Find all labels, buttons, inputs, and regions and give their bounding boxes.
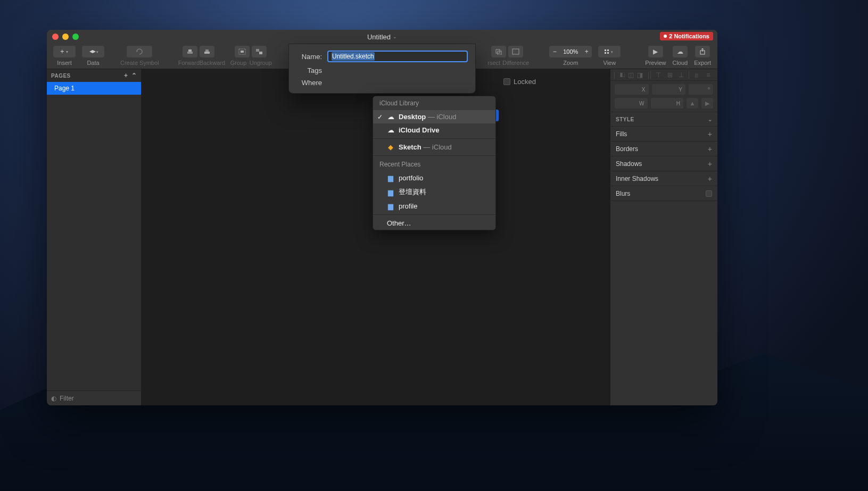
refresh-icon — [135, 48, 144, 55]
window-title[interactable]: Untitled — [367, 33, 391, 41]
preview-button[interactable]: ▶ — [648, 46, 663, 57]
titlebar: Untitled ⌄ 2 Notifications — [47, 30, 717, 44]
cloud-label: Cloud — [672, 60, 688, 66]
add-shadow-button[interactable]: + — [708, 160, 712, 168]
filter-row[interactable]: ◐ Filter — [47, 390, 141, 405]
svg-rect-16 — [605, 52, 606, 54]
flip-h-button[interactable]: ▲ — [687, 98, 698, 109]
name-label: Name: — [296, 53, 322, 61]
svg-rect-17 — [607, 52, 609, 54]
view-button[interactable]: ▾ — [598, 46, 621, 57]
layers-list[interactable] — [47, 95, 141, 390]
pages-header: PAGES + ⌃ — [47, 69, 141, 82]
dropdown-item-icloud-drive[interactable]: ☁ iCloud Drive — [373, 123, 495, 137]
dropdown-section-icloud: iCloud Library — [373, 96, 495, 110]
svg-rect-10 — [259, 52, 262, 54]
align-bottom-button[interactable]: ⊥ — [675, 71, 687, 79]
zoom-in-button[interactable]: + — [581, 48, 592, 55]
export-button[interactable] — [695, 46, 710, 57]
insert-label: Insert — [57, 60, 72, 66]
preview-label: Preview — [645, 60, 666, 66]
dropdown-item-recent-0[interactable]: ▆ portfolio — [373, 171, 495, 185]
add-page-button[interactable]: + — [124, 72, 128, 79]
zoom-out-button[interactable]: − — [549, 48, 560, 55]
borders-row[interactable]: Borders+ — [610, 142, 717, 156]
dropdown-separator — [373, 214, 495, 215]
chevron-down-icon[interactable]: ⌄ — [393, 34, 397, 39]
shadows-row[interactable]: Shadows+ — [610, 156, 717, 171]
align-right-button[interactable]: ◨⎹ — [637, 71, 649, 79]
y-input[interactable]: Y — [652, 84, 686, 95]
distribute-v-button[interactable]: ≡ — [702, 71, 714, 79]
locked-checkbox[interactable] — [503, 78, 510, 85]
page-item-label: Page 1 — [54, 85, 75, 92]
save-sheet: Name: Untitled.sketch Tags Where — [288, 44, 476, 94]
add-border-button[interactable]: + — [708, 145, 712, 153]
minimize-window-button[interactable] — [62, 34, 69, 40]
align-left-button[interactable]: ⎸◧ — [614, 71, 625, 79]
ungroup-button[interactable] — [252, 46, 267, 57]
add-inner-shadow-button[interactable]: + — [708, 174, 712, 183]
notifications-text: 2 Notifications — [669, 33, 709, 39]
group-button[interactable] — [235, 46, 250, 57]
align-row: ⎸◧ ◫ ◨⎹ ⊤ ⊞ ⊥ ⫼ ≡ — [610, 69, 717, 81]
folder-icon: ▆ — [387, 202, 394, 210]
dropdown-item-sketch[interactable]: ◆ Sketch — iCloud — [373, 140, 495, 154]
dropdown-item-recent-2[interactable]: ▆ profile — [373, 199, 495, 213]
blurs-row[interactable]: Blurs — [610, 186, 717, 201]
cloud-icon: ☁ — [387, 113, 394, 121]
svg-text:▾: ▾ — [66, 49, 68, 54]
x-input[interactable]: X — [615, 84, 649, 95]
pages-panel: PAGES + ⌃ Page 1 ◐ Filter — [47, 69, 142, 405]
cloud-button[interactable]: ☁ — [673, 46, 688, 57]
difference-button[interactable] — [508, 46, 523, 57]
rotation-input[interactable]: ° — [689, 84, 713, 95]
distribute-h-button[interactable]: ⫼ — [691, 71, 702, 79]
blur-toggle[interactable] — [706, 190, 712, 197]
locked-label: Locked — [514, 78, 536, 86]
filename-input[interactable]: Untitled.sketch — [327, 51, 468, 62]
notifications-badge[interactable]: 2 Notifications — [660, 32, 713, 40]
checkmark-icon: ✓ — [377, 113, 383, 121]
chevron-down-icon[interactable]: ⌄ — [708, 116, 713, 122]
data-button[interactable]: ▾ — [82, 46, 104, 57]
align-top-button[interactable]: ⊤ — [652, 71, 664, 79]
close-window-button[interactable] — [52, 34, 59, 40]
intersect-button[interactable] — [491, 46, 506, 57]
tags-label: Tags — [296, 66, 322, 74]
h-input[interactable]: H — [651, 98, 684, 109]
collapse-pages-button[interactable]: ⌃ — [131, 72, 137, 79]
backward-label: Backward — [200, 60, 219, 66]
intersect-icon — [495, 48, 502, 55]
export-label: Export — [694, 60, 711, 66]
align-vcenter-button[interactable]: ⊞ — [664, 71, 676, 79]
inner-shadows-row[interactable]: Inner Shadows+ — [610, 171, 717, 186]
w-input[interactable]: W — [615, 98, 648, 109]
forward-label: Forward — [178, 60, 197, 66]
traffic-lights — [52, 34, 79, 40]
sketch-icon: ◆ — [387, 143, 394, 151]
dropdown-item-other[interactable]: Other… — [373, 217, 495, 230]
zoom-value[interactable]: 100% — [560, 48, 581, 55]
insert-button[interactable]: +▾ — [53, 46, 76, 57]
fullscreen-window-button[interactable] — [72, 34, 79, 40]
flip-v-button[interactable]: ▶ — [701, 98, 713, 109]
svg-text:+: + — [60, 48, 64, 55]
ungroup-label: Ungroup — [250, 60, 271, 66]
svg-text:▾: ▾ — [96, 50, 98, 54]
forward-button[interactable] — [183, 46, 197, 57]
where-label: Where — [296, 79, 322, 87]
intersect-label: rsect — [486, 60, 500, 66]
create-symbol-label: Create Symbol — [120, 60, 159, 66]
create-symbol-button[interactable] — [127, 46, 152, 57]
backward-button[interactable] — [200, 46, 214, 57]
svg-text:▾: ▾ — [611, 50, 613, 54]
filter-label: Filter — [60, 395, 74, 402]
page-item-selected[interactable]: Page 1 — [47, 82, 141, 95]
svg-rect-3 — [187, 52, 193, 54]
dropdown-item-recent-1[interactable]: ▆ 登壇資料 — [373, 185, 495, 199]
fills-row[interactable]: Fills+ — [610, 127, 717, 142]
dropdown-item-desktop[interactable]: ✓ ☁ Desktop — iCloud — [373, 110, 495, 123]
align-hcenter-button[interactable]: ◫ — [625, 71, 637, 79]
add-fill-button[interactable]: + — [708, 130, 712, 138]
